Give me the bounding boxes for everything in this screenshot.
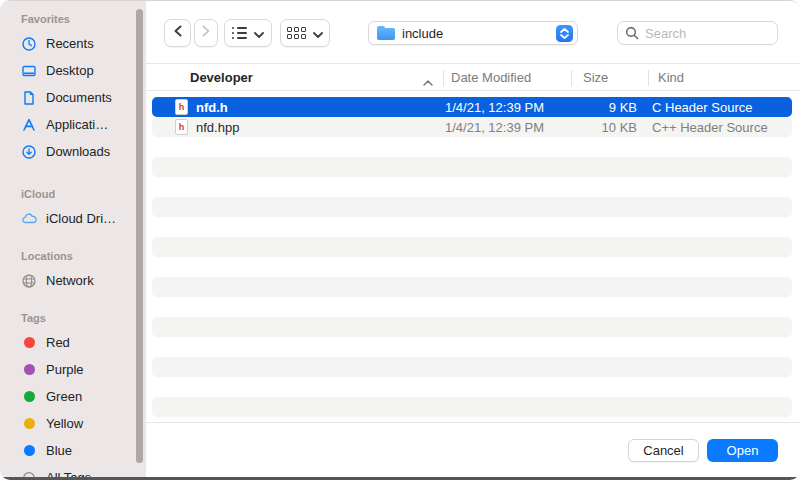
sidebar-item-label: Documents	[46, 90, 112, 105]
column-divider[interactable]	[443, 70, 444, 86]
search-field	[617, 21, 778, 45]
empty-row	[152, 397, 792, 417]
file-name: nfd.h	[196, 100, 228, 115]
sidebar-item-tag-red[interactable]: Red	[0, 329, 146, 356]
desktop-icon	[20, 62, 38, 80]
file-kind: C++ Header Source	[652, 120, 792, 135]
sidebar-scrollbar[interactable]	[136, 9, 143, 463]
forward-button[interactable]	[194, 19, 218, 47]
sidebar-item-label: Recents	[46, 36, 94, 51]
document-icon	[20, 89, 38, 107]
empty-row	[152, 237, 792, 257]
c-header-file-icon: h	[175, 99, 188, 115]
back-button[interactable]	[164, 19, 191, 47]
column-header-name[interactable]: Developer	[146, 70, 443, 85]
chevron-right-icon	[200, 24, 212, 42]
clock-icon	[20, 35, 38, 53]
group-view-icon	[287, 27, 306, 39]
empty-row	[152, 357, 792, 377]
cancel-button[interactable]: Cancel	[628, 439, 699, 462]
download-circle-icon	[20, 143, 38, 161]
tag-blue-icon	[20, 442, 38, 460]
file-row-nfd-h[interactable]: h nfd.h 1/4/21, 12:39 PM 9 KB C Header S…	[152, 97, 792, 117]
sidebar-item-all-tags[interactable]: All Tags	[0, 464, 146, 480]
table-header: Developer Date Modified Size Kind	[146, 63, 800, 91]
sort-ascending-icon	[423, 74, 433, 89]
tag-purple-icon	[20, 361, 38, 379]
column-divider[interactable]	[648, 70, 649, 86]
sidebar-item-desktop[interactable]: Desktop	[0, 57, 146, 84]
sidebar-item-label: iCloud Dri…	[46, 211, 116, 226]
popup-stepper-icon	[556, 25, 573, 42]
sidebar-section-tags: Tags	[21, 311, 146, 325]
sidebar-item-tag-green[interactable]: Green	[0, 383, 146, 410]
file-list: h nfd.h 1/4/21, 12:39 PM 9 KB C Header S…	[146, 91, 800, 417]
sidebar-item-tag-blue[interactable]: Blue	[0, 437, 146, 464]
sidebar-item-label: Desktop	[46, 63, 94, 78]
open-file-dialog: Favorites Recents Desktop Documents Appl…	[0, 0, 800, 480]
sidebar-section-locations: Locations	[21, 249, 146, 263]
file-date-modified: 1/4/21, 12:39 PM	[445, 120, 567, 135]
sidebar-item-tag-purple[interactable]: Purple	[0, 356, 146, 383]
column-divider[interactable]	[571, 70, 572, 86]
sidebar-item-label: Applicati…	[46, 117, 108, 132]
column-header-kind[interactable]: Kind	[648, 70, 800, 85]
all-tags-icon	[20, 469, 38, 480]
sidebar-item-label: Blue	[46, 443, 72, 458]
column-header-date-modified[interactable]: Date Modified	[443, 70, 571, 85]
sidebar-section-favorites: Favorites	[21, 12, 146, 26]
empty-row	[152, 197, 792, 217]
empty-row	[152, 217, 792, 237]
tag-yellow-icon	[20, 415, 38, 433]
tag-green-icon	[20, 388, 38, 406]
file-kind: C Header Source	[652, 100, 792, 115]
sidebar-item-label: Yellow	[46, 416, 83, 431]
app-store-icon	[20, 116, 38, 134]
empty-row	[152, 177, 792, 197]
folder-icon	[377, 28, 395, 40]
sidebar-item-label: All Tags	[46, 470, 91, 480]
search-input[interactable]	[617, 21, 778, 45]
sidebar-item-label: Downloads	[46, 144, 110, 159]
sidebar-item-network[interactable]: Network	[0, 267, 146, 294]
sidebar-item-label: Network	[46, 273, 94, 288]
cloud-icon	[20, 210, 38, 228]
file-row-nfd-hpp[interactable]: h nfd.hpp 1/4/21, 12:39 PM 10 KB C++ Hea…	[152, 117, 792, 137]
empty-row	[152, 317, 792, 337]
sidebar-item-label: Green	[46, 389, 82, 404]
list-view-button[interactable]	[224, 19, 272, 47]
chevron-down-icon	[254, 24, 264, 42]
search-icon	[625, 26, 639, 40]
chevron-down-icon	[313, 24, 323, 42]
sidebar-item-label: Red	[46, 335, 70, 350]
file-size: 9 KB	[567, 100, 637, 115]
file-date-modified: 1/4/21, 12:39 PM	[445, 100, 567, 115]
folder-dropdown[interactable]: include	[368, 21, 578, 45]
column-header-size[interactable]: Size	[571, 70, 648, 85]
empty-row	[152, 377, 792, 397]
sidebar-item-downloads[interactable]: Downloads	[0, 138, 146, 165]
empty-row	[152, 277, 792, 297]
tag-red-icon	[20, 334, 38, 352]
open-button[interactable]: Open	[707, 439, 778, 462]
file-size: 10 KB	[567, 120, 637, 135]
file-browser-panel: include Developer Date Modified Size Kin…	[146, 1, 800, 480]
footer-divider	[146, 422, 800, 423]
cpp-header-file-icon: h	[175, 119, 188, 135]
empty-row	[152, 137, 792, 157]
globe-icon	[20, 272, 38, 290]
sidebar-item-label: Purple	[46, 362, 84, 377]
sidebar-section-icloud: iCloud	[21, 187, 146, 201]
sidebar-item-icloud-drive[interactable]: iCloud Dri…	[0, 205, 146, 232]
group-view-button[interactable]	[280, 19, 330, 47]
sidebar-item-applications[interactable]: Applicati…	[0, 111, 146, 138]
empty-row	[152, 297, 792, 317]
sidebar-item-tag-yellow[interactable]: Yellow	[0, 410, 146, 437]
file-name: nfd.hpp	[196, 120, 239, 135]
sidebar-item-recents[interactable]: Recents	[0, 30, 146, 57]
empty-row	[152, 257, 792, 277]
folder-dropdown-value: include	[402, 26, 443, 41]
sidebar-item-documents[interactable]: Documents	[0, 84, 146, 111]
list-view-icon	[232, 27, 247, 39]
chevron-left-icon	[172, 24, 184, 42]
